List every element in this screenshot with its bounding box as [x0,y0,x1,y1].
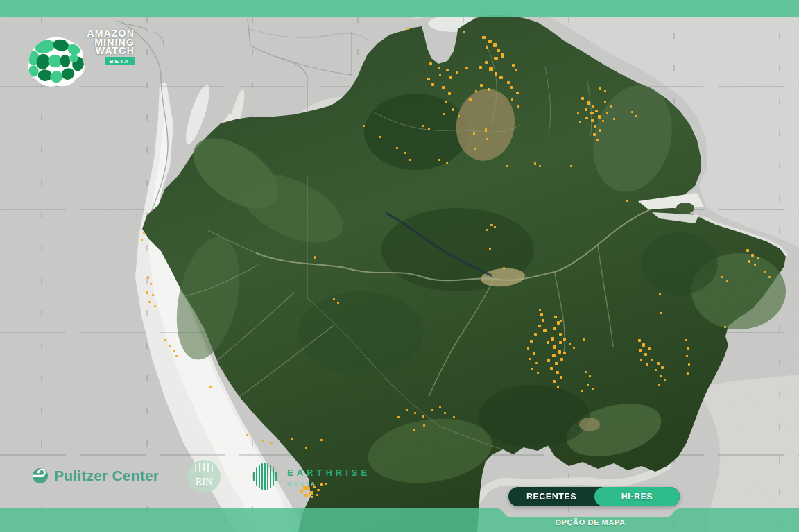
beta-badge: BETA [105,57,135,65]
earthrise-media-link[interactable]: EARTHRISE MEDIA [250,462,370,491]
logo-line-3: WATCH [96,46,135,55]
hi-res-button[interactable]: HI-RES [594,487,680,506]
hi-res-button-label: HI-RES [621,492,653,501]
earthrise-globe-icon [250,462,279,491]
earthrise-label: EARTHRISE [287,467,370,478]
rin-label: RIN [196,477,212,487]
amazon-mining-watch-logo[interactable]: AMAZON MINING WATCH BETA [24,29,135,87]
pulitzer-center-link[interactable]: Pulitzer Center [32,467,159,484]
map-option-label: OPÇÃO DE MAPA [555,518,625,526]
rin-link[interactable]: RIN [187,460,221,493]
amazon-mining-watch-app: AMAZON MINING WATCH BETA Pulitzer Center… [0,0,799,532]
earthrise-media-label: MEDIA [287,481,370,487]
rin-badge-icon: RIN [187,460,221,493]
pulitzer-center-icon [32,467,49,484]
top-accent-bar [0,0,799,17]
pulitzer-center-label: Pulitzer Center [54,467,159,484]
map-layer-toggle: RECENTES HI-RES [508,487,680,506]
logo-wordmark: AMAZON MINING WATCH BETA [74,29,135,65]
earthrise-wordmark: EARTHRISE MEDIA [287,467,370,487]
